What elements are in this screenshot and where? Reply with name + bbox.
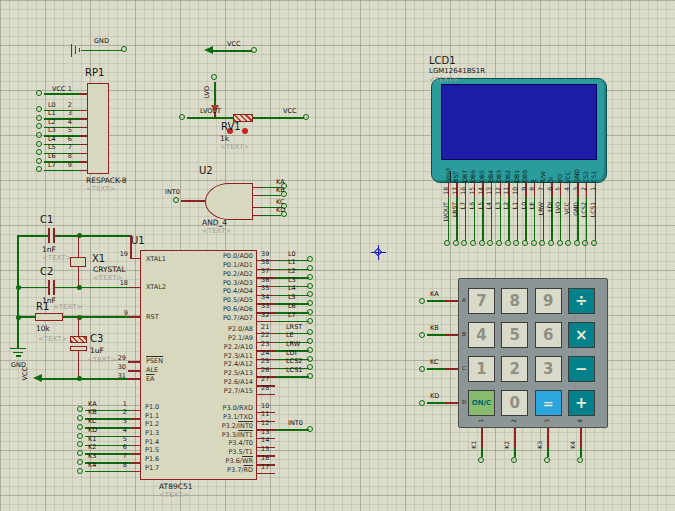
terminal[interactable] bbox=[470, 240, 476, 246]
net-label: KA bbox=[430, 291, 439, 298]
ground-icon bbox=[75, 46, 77, 54]
net-label: LRW bbox=[286, 341, 300, 348]
terminal[interactable] bbox=[539, 240, 545, 246]
lcd-pin-name-text: DB6 bbox=[469, 170, 476, 183]
terminal[interactable] bbox=[179, 114, 185, 120]
net-label: K2 bbox=[504, 441, 510, 449]
pin-number: 5 bbox=[555, 187, 561, 191]
pin-name: P0.1/AD1 bbox=[139, 262, 253, 269]
net-label: LDI bbox=[286, 350, 297, 357]
keypad-key[interactable]: × bbox=[568, 322, 595, 348]
keypad-key[interactable]: 9 bbox=[535, 288, 562, 314]
terminal[interactable] bbox=[511, 457, 517, 463]
terminal[interactable] bbox=[544, 457, 550, 463]
terminal[interactable] bbox=[461, 240, 467, 246]
pin-name-text: P3.4/T0 bbox=[228, 439, 253, 447]
capacitor-plate[interactable] bbox=[48, 280, 50, 295]
terminal[interactable] bbox=[591, 240, 597, 246]
pin-name: P3.0/RXD bbox=[139, 405, 253, 412]
terminal[interactable] bbox=[453, 240, 459, 246]
pin-stub bbox=[253, 215, 262, 217]
pin-row: P2.3/A11 24 LDI bbox=[257, 351, 377, 360]
wire bbox=[19, 316, 35, 318]
terminal[interactable] bbox=[419, 332, 425, 338]
keypad-key[interactable]: = bbox=[535, 390, 562, 416]
keypad-key[interactable]: 5 bbox=[501, 322, 528, 348]
terminal[interactable] bbox=[173, 197, 179, 203]
u2-and-gate-body[interactable] bbox=[205, 183, 253, 220]
terminal[interactable] bbox=[419, 298, 425, 304]
terminal[interactable] bbox=[513, 240, 519, 246]
keypad-key[interactable]: ÷ bbox=[568, 288, 595, 314]
lcd-pin-name-text: CS1 bbox=[590, 171, 597, 183]
capacitor-plate[interactable] bbox=[48, 228, 50, 243]
x1-crystal-body[interactable] bbox=[70, 257, 86, 267]
net-label: LCS1 bbox=[590, 202, 596, 217]
terminal[interactable] bbox=[419, 400, 425, 406]
pin-number: 16 bbox=[460, 187, 466, 195]
terminal[interactable] bbox=[307, 318, 313, 324]
terminal[interactable] bbox=[496, 240, 502, 246]
pot-increment-dot[interactable] bbox=[242, 128, 248, 134]
terminal[interactable] bbox=[577, 457, 583, 463]
pin-name: P2.1/A9 bbox=[139, 335, 253, 342]
net-label: L3 bbox=[48, 127, 56, 134]
keypad-key[interactable]: 8 bbox=[501, 288, 528, 314]
terminal[interactable] bbox=[444, 240, 450, 246]
terminal[interactable] bbox=[211, 74, 217, 80]
terminal[interactable] bbox=[478, 457, 484, 463]
net-label: L4 bbox=[486, 202, 492, 209]
terminal[interactable] bbox=[121, 46, 127, 52]
terminal[interactable] bbox=[479, 240, 485, 246]
keypad-keys: 789÷456×123−ON/C0=+ bbox=[468, 288, 595, 416]
terminal[interactable] bbox=[505, 240, 511, 246]
pin-number: 11 bbox=[503, 187, 509, 195]
lcd-pin-name: DB2 bbox=[505, 170, 511, 183]
net-label: KA bbox=[276, 179, 285, 186]
lcd-pin-name: RST bbox=[453, 171, 459, 183]
keypad-key[interactable]: − bbox=[568, 356, 595, 382]
pin-row: P2.5/A13 26 LCS1 bbox=[257, 369, 377, 378]
keypad-key[interactable]: 6 bbox=[535, 322, 562, 348]
terminal[interactable] bbox=[522, 240, 528, 246]
keypad-key[interactable]: + bbox=[568, 390, 595, 416]
c2-ref: C2 bbox=[40, 267, 53, 277]
terminal[interactable] bbox=[548, 240, 554, 246]
terminal[interactable] bbox=[565, 240, 571, 246]
pin-number: 6 bbox=[547, 187, 553, 191]
terminal[interactable] bbox=[251, 47, 257, 53]
ground-icon bbox=[10, 348, 26, 350]
terminal[interactable] bbox=[574, 240, 580, 246]
vcc-label: VCC bbox=[227, 41, 241, 48]
keypad-col-label: 4 bbox=[577, 419, 583, 423]
rp1-value: RESPACK-8 bbox=[86, 177, 127, 185]
keypad-key[interactable]: 2 bbox=[501, 356, 528, 382]
terminal[interactable] bbox=[487, 240, 493, 246]
c1-value: 1nF bbox=[42, 246, 56, 254]
terminal[interactable] bbox=[557, 240, 563, 246]
u1-port2-pins: P2.0/A8 21 LRST P2.1/A9 22 LE P2.2/A10 2… bbox=[257, 325, 377, 395]
terminal[interactable] bbox=[419, 366, 425, 372]
terminal[interactable] bbox=[77, 468, 83, 474]
pin-name: P0.4/AD4 bbox=[139, 288, 253, 295]
terminal[interactable] bbox=[303, 114, 309, 120]
pin-number: 13 bbox=[261, 429, 269, 436]
terminal[interactable] bbox=[582, 240, 588, 246]
keypad-key[interactable]: 0 bbox=[501, 390, 528, 416]
keypad-key[interactable]: 3 bbox=[535, 356, 562, 382]
pin-stub bbox=[257, 394, 275, 396]
terminal[interactable] bbox=[36, 166, 42, 172]
wire bbox=[262, 215, 281, 217]
r1-body[interactable] bbox=[35, 313, 63, 322]
net-label: L1 bbox=[512, 202, 518, 209]
c3-body[interactable] bbox=[70, 336, 87, 343]
wire bbox=[547, 448, 549, 457]
vcc-label: VCC bbox=[22, 367, 29, 381]
pin-number: 4 bbox=[117, 427, 127, 434]
terminal[interactable] bbox=[531, 240, 537, 246]
pin-number: 14 bbox=[478, 187, 484, 195]
pin-row: P2.1/A9 22 LE bbox=[257, 334, 377, 343]
lcd-pin-name: CS1 bbox=[591, 171, 597, 183]
r1-placeholder2: <TEXT> bbox=[38, 336, 67, 343]
terminal[interactable] bbox=[36, 90, 42, 96]
